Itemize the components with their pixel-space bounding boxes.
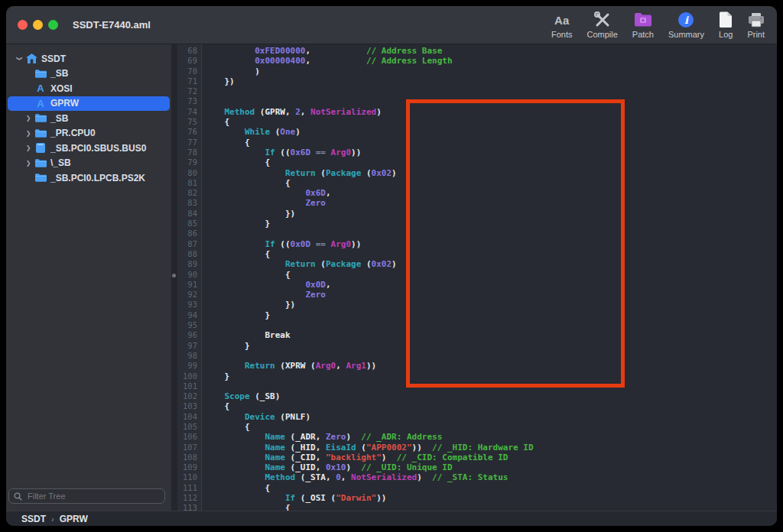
code-line: } xyxy=(204,341,777,351)
sidebar-item-gprw[interactable]: AGPRW xyxy=(8,96,170,112)
sidebar-scrollbar[interactable] xyxy=(172,274,176,277)
home-icon xyxy=(24,54,38,64)
line-number: 104 xyxy=(177,412,197,422)
folder-icon xyxy=(34,173,47,183)
sidebar-item-sb-pci0-sbus-bus0[interactable]: ❯_SB.PCI0.SBUS.BUS0 xyxy=(8,141,170,156)
code-lines: 0xFED00000, // Address Base 0x00000400, … xyxy=(204,46,777,511)
line-number: 98 xyxy=(177,351,197,361)
breadcrumb-root[interactable]: SSDT xyxy=(21,514,46,524)
tree-item-label: _PR.CPU0 xyxy=(50,128,96,138)
chevron-right-icon[interactable]: ❯ xyxy=(23,130,34,137)
close-window-button[interactable] xyxy=(18,20,28,30)
line-number: 79 xyxy=(177,157,197,167)
code-line: { xyxy=(204,157,777,167)
line-number: 74 xyxy=(177,107,197,117)
code-line: Scope (_SB) xyxy=(204,391,777,401)
filter-tree-input[interactable] xyxy=(26,491,160,501)
tree-item-label: XOSI xyxy=(50,83,73,94)
sidebar-item-ssdt[interactable]: ❯SSDT xyxy=(8,51,170,66)
code-line: Zero xyxy=(204,198,777,208)
status-bar: SSDT › GPRW xyxy=(6,511,777,526)
folder-icon xyxy=(34,157,47,168)
sidebar-item-xosi[interactable]: AXOSI xyxy=(8,81,170,96)
app-window: SSDT-E7440.aml AaFontsCompilePatchiSumma… xyxy=(6,6,777,526)
line-number: 92 xyxy=(177,290,197,300)
minimize-window-button[interactable] xyxy=(33,20,43,30)
line-number: 106 xyxy=(177,432,197,442)
code-line: ) xyxy=(204,66,777,76)
line-number: 75 xyxy=(177,117,197,127)
toolbar-button-fonts[interactable]: AaFonts xyxy=(551,11,573,39)
chevron-down-icon[interactable]: ❯ xyxy=(16,54,23,64)
chevron-right-icon[interactable]: ❯ xyxy=(23,160,34,167)
line-number: 88 xyxy=(177,249,197,259)
filter-tree-field[interactable] xyxy=(8,488,165,504)
sidebar-item-pr-cpu0[interactable]: ❯_PR.CPU0 xyxy=(8,126,170,141)
code-line: Method (GPRW, 2, NotSerialized) xyxy=(204,107,777,117)
code-line: Name (_CID, "backlight") // _CID: Compat… xyxy=(204,453,777,462)
tree-item-label: _SB.PCI0.SBUS.BUS0 xyxy=(50,143,146,154)
line-number: 93 xyxy=(177,300,197,310)
print-icon xyxy=(748,11,765,29)
line-number: 95 xyxy=(177,320,197,330)
tree-item-label: _SB xyxy=(50,113,68,124)
breadcrumb-current[interactable]: GPRW xyxy=(60,514,88,524)
line-number: 94 xyxy=(177,310,197,320)
line-number: 71 xyxy=(177,76,197,86)
sidebar-item-sb[interactable]: _SB xyxy=(8,66,170,82)
line-number: 76 xyxy=(177,127,197,137)
line-number: 100 xyxy=(177,371,197,381)
code-line: If (_OSI ("Darwin")) xyxy=(204,493,777,503)
line-number: 90 xyxy=(177,270,197,280)
toolbar-button-summary[interactable]: iSummary xyxy=(668,11,704,39)
code-line xyxy=(204,351,777,361)
line-number: 103 xyxy=(177,401,197,411)
search-icon xyxy=(14,492,22,501)
sidebar-item-sb-pci0-lpcb-ps2k[interactable]: _SB.PCI0.LPCB.PS2K xyxy=(8,170,170,186)
line-number: 70 xyxy=(177,66,197,76)
folder-icon xyxy=(34,128,47,138)
filter-tree-container xyxy=(6,488,171,511)
zoom-window-button[interactable] xyxy=(48,20,58,30)
code-line: Device (PNLF) xyxy=(204,412,777,422)
code-line xyxy=(204,229,777,238)
line-number: 89 xyxy=(177,259,197,269)
code-line: 0x00000400, // Address Length xyxy=(204,56,777,66)
fonts-icon: Aa xyxy=(554,11,569,29)
line-number: 111 xyxy=(177,483,197,493)
code-line xyxy=(204,320,777,330)
folder-icon xyxy=(34,68,47,79)
code-line: } xyxy=(204,371,777,381)
chevron-right-icon[interactable]: ❯ xyxy=(23,115,34,122)
toolbar-button-patch[interactable]: Patch xyxy=(632,11,654,39)
line-number: 107 xyxy=(177,443,197,453)
toolbar-button-log[interactable]: Log xyxy=(719,11,733,39)
line-number: 68 xyxy=(177,46,197,56)
code-line: } xyxy=(204,219,777,229)
line-number: 86 xyxy=(177,229,197,238)
line-number: 69 xyxy=(177,56,197,66)
code-line xyxy=(204,381,777,391)
line-number: 96 xyxy=(177,330,197,340)
code-line: }) xyxy=(204,300,777,310)
code-line: Name (_ADR, Zero) // _ADR: Address xyxy=(204,432,777,442)
line-number: 87 xyxy=(177,239,197,249)
sidebar-item-sb[interactable]: ❯_SB xyxy=(8,111,170,126)
code-line: 0x0D, xyxy=(204,280,777,290)
code-line: { xyxy=(204,503,777,511)
sidebar-item-sb[interactable]: ❯\_SB xyxy=(8,156,170,171)
code-line: { xyxy=(204,422,777,432)
title-bar: SSDT-E7440.aml AaFontsCompilePatchiSumma… xyxy=(6,6,777,44)
summary-icon: i xyxy=(677,11,694,29)
code-line: If ((0x0D == Arg0)) xyxy=(204,239,777,249)
toolbar-button-print[interactable]: Print xyxy=(747,11,765,39)
line-number: 110 xyxy=(177,472,197,482)
sidebar: ❯SSDT_SBAXOSIAGPRW❯_SB❯_PR.CPU0❯_SB.PCI0… xyxy=(6,44,171,511)
toolbar-button-compile[interactable]: Compile xyxy=(586,11,617,39)
code-editor[interactable]: 0xFED00000, // Address Base 0x00000400, … xyxy=(202,44,777,511)
code-line: Return (Package (0x02) xyxy=(204,259,777,269)
chevron-right-icon[interactable]: ❯ xyxy=(23,144,34,151)
code-line: While (One) xyxy=(204,127,777,137)
code-line: }) xyxy=(204,209,777,219)
log-icon xyxy=(719,11,733,29)
